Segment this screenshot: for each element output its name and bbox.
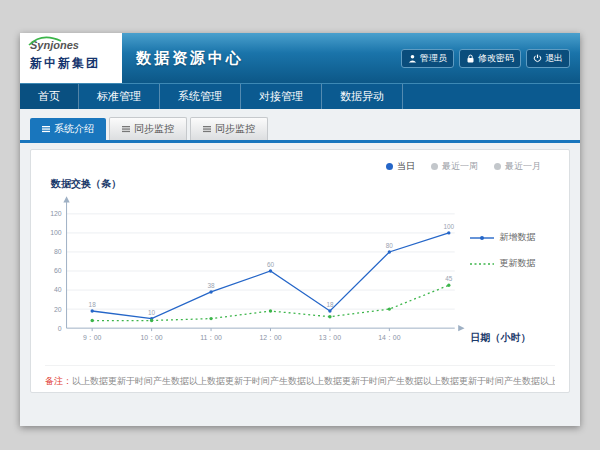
svg-text:14：00: 14：00 — [378, 334, 400, 341]
series-legend: 新增数据 更新数据 日期（小时） — [470, 191, 569, 351]
admin-button-label: 管理员 — [420, 52, 447, 65]
tab-sync-monitor-1[interactable]: 同步监控 — [109, 117, 187, 140]
tab-sync-monitor-2[interactable]: 同步监控 — [190, 117, 268, 140]
legend-updated-data[interactable]: 更新数据 — [470, 257, 569, 270]
svg-text:10: 10 — [148, 309, 156, 316]
svg-text:18: 18 — [89, 301, 97, 308]
svg-text:60: 60 — [267, 261, 275, 268]
main-nav: 首页 标准管理 系统管理 对接管理 数据异动 — [20, 83, 580, 109]
svg-text:100: 100 — [443, 223, 454, 230]
svg-text:80: 80 — [386, 242, 394, 249]
filter-label: 最近一周 — [442, 160, 478, 173]
content-area: 系统介绍 同步监控 同步监控 — [20, 109, 580, 426]
tab-label: 同步监控 — [215, 122, 255, 136]
logo-swoosh-icon — [28, 36, 62, 48]
filter-label: 当日 — [397, 160, 415, 173]
svg-text:40: 40 — [54, 287, 62, 294]
footer-note: 备注：以上数据更新于时间产生数据以上数据更新于时间产生数据以上数据更新于时间产生… — [45, 365, 555, 388]
period-filter: 当日 最近一周 最近一月 — [31, 150, 569, 173]
legend-dot — [494, 163, 501, 170]
tab-system-intro[interactable]: 系统介绍 — [30, 118, 106, 140]
app-window: Synjones 新中新集团 数据资源中心 管理员 修改密码 — [20, 33, 580, 426]
svg-text:18: 18 — [326, 301, 334, 308]
change-password-button[interactable]: 修改密码 — [459, 49, 521, 68]
filter-last-month[interactable]: 最近一月 — [494, 160, 541, 173]
logo: Synjones 新中新集团 — [20, 33, 122, 83]
svg-text:80: 80 — [54, 248, 62, 255]
app-header: Synjones 新中新集团 数据资源中心 管理员 修改密码 — [20, 33, 580, 83]
header-actions: 管理员 修改密码 退出 — [401, 49, 580, 68]
nav-item-home[interactable]: 首页 — [20, 84, 79, 109]
brand-logo: Synjones — [30, 39, 114, 52]
svg-text:60: 60 — [54, 267, 62, 274]
legend-label: 新增数据 — [499, 231, 535, 244]
admin-button[interactable]: 管理员 — [401, 49, 454, 68]
legend-label: 更新数据 — [499, 257, 535, 270]
tab-label: 同步监控 — [134, 122, 174, 136]
logout-button[interactable]: 退出 — [526, 49, 570, 68]
list-icon — [203, 125, 211, 133]
dotted-line-icon — [470, 260, 494, 268]
nav-item-system[interactable]: 系统管理 — [160, 84, 241, 109]
line-chart-svg: 0204060801001209：0010：0011：0012：0013：001… — [37, 191, 470, 351]
svg-text:0: 0 — [58, 325, 62, 332]
change-password-label: 修改密码 — [478, 52, 514, 65]
chart-row: 0204060801001209：0010：0011：0012：0013：001… — [31, 191, 569, 351]
note-label: 备注： — [45, 376, 72, 386]
svg-text:20: 20 — [54, 306, 62, 313]
list-icon — [42, 125, 50, 133]
svg-text:12：00: 12：00 — [259, 334, 281, 341]
logout-label: 退出 — [545, 52, 563, 65]
svg-text:100: 100 — [50, 229, 62, 236]
lock-icon — [466, 54, 475, 63]
filter-label: 最近一月 — [505, 160, 541, 173]
svg-text:45: 45 — [445, 275, 453, 282]
desktop-background: Synjones 新中新集团 数据资源中心 管理员 修改密码 — [0, 0, 600, 450]
logout-icon — [533, 54, 542, 63]
solid-line-icon — [470, 234, 494, 242]
filter-today[interactable]: 当日 — [386, 160, 415, 173]
list-icon — [122, 125, 130, 133]
legend-dot — [431, 163, 438, 170]
note-text: 以上数据更新于时间产生数据以上数据更新于时间产生数据以上数据更新于时间产生数据以… — [72, 376, 555, 386]
svg-text:13：00: 13：00 — [319, 334, 341, 341]
svg-text:9：00: 9：00 — [83, 334, 102, 341]
legend-dot — [386, 163, 393, 170]
tab-label: 系统介绍 — [54, 122, 94, 136]
filter-last-week[interactable]: 最近一周 — [431, 160, 478, 173]
tab-bar: 系统介绍 同步监控 同步监控 — [20, 109, 580, 143]
nav-item-interface[interactable]: 对接管理 — [241, 84, 322, 109]
x-axis-label: 日期（小时） — [470, 331, 569, 345]
company-name: 新中新集团 — [30, 55, 114, 72]
nav-item-standard[interactable]: 标准管理 — [79, 84, 160, 109]
svg-text:10：00: 10：00 — [141, 334, 163, 341]
svg-text:120: 120 — [50, 210, 62, 217]
chart-panel: 当日 最近一周 最近一月 数据交换（条） 0204060801001209：00… — [30, 149, 570, 393]
svg-text:11：00: 11：00 — [200, 334, 222, 341]
legend-new-data[interactable]: 新增数据 — [470, 231, 569, 244]
y-axis-label: 数据交换（条） — [51, 177, 569, 191]
user-icon — [408, 54, 417, 63]
nav-item-datachange[interactable]: 数据异动 — [322, 84, 403, 109]
svg-text:38: 38 — [207, 282, 215, 289]
page-title: 数据资源中心 — [136, 49, 244, 68]
